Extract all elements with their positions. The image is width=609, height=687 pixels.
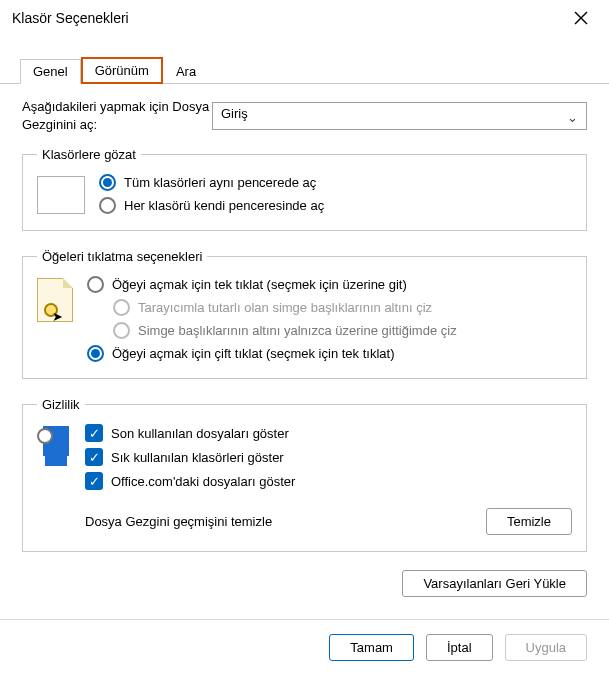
open-explorer-value: Giriş [221,106,248,121]
checkbox-checked-icon: ✓ [85,424,103,442]
browse-legend: Klasörlere gözat [37,147,141,162]
privacy-group: Gizlilik ✓ Son kullanılan dosyaları göst… [22,397,587,552]
privacy-recent-files-label: Son kullanılan dosyaları göster [111,426,289,441]
open-explorer-row: Aşağıdakileri yapmak için Dosya Gezginin… [22,98,587,133]
click-single-label: Öğeyi açmak için tek tıklat (seçmek için… [112,277,407,292]
click-single-sub2-label: Simge başlıklarının altını yalnızca üzer… [138,323,457,338]
checkbox-checked-icon: ✓ [85,472,103,490]
window-icon [37,176,85,214]
tab-bar: Genel Görünüm Ara [0,56,609,84]
restore-row: Varsayılanları Geri Yükle [22,570,587,597]
cancel-button[interactable]: İptal [426,634,493,661]
radio-icon [113,299,130,316]
browse-own-label: Her klasörü kendi penceresinde aç [124,198,324,213]
radio-icon [113,322,130,339]
click-legend: Öğeleri tıklatma seçenekleri [37,249,207,264]
restore-defaults-button[interactable]: Varsayılanları Geri Yükle [402,570,587,597]
click-single-sub1-option: Tarayıcımla tutarlı olan simge başlıklar… [113,299,457,316]
click-single-option[interactable]: Öğeyi açmak için tek tıklat (seçmek için… [87,276,457,293]
tab-general[interactable]: Genel [20,59,81,84]
tab-content: Aşağıdakileri yapmak için Dosya Gezginin… [0,84,609,619]
page-click-icon: ➤ [37,278,73,322]
browse-same-option[interactable]: Tüm klasörleri aynı pencerede aç [99,174,324,191]
privacy-office-label: Office.com'daki dosyaları göster [111,474,295,489]
chevron-down-icon: ⌄ [567,110,578,125]
privacy-clear-row: Dosya Gezgini geçmişini temizle Temizle [85,508,572,535]
privacy-recent-files-option[interactable]: ✓ Son kullanılan dosyaları göster [85,424,572,442]
click-single-sub2-option: Simge başlıklarının altını yalnızca üzer… [113,322,457,339]
browse-group: Klasörlere gözat Tüm klasörleri aynı pen… [22,147,587,231]
ok-button[interactable]: Tamam [329,634,414,661]
radio-icon [87,345,104,362]
browse-own-option[interactable]: Her klasörü kendi penceresinde aç [99,197,324,214]
dialog-buttons: Tamam İptal Uygula [0,619,609,675]
close-button[interactable] [565,2,597,34]
window-title: Klasör Seçenekleri [12,10,129,26]
checkbox-checked-icon: ✓ [85,448,103,466]
radio-icon [99,197,116,214]
titlebar: Klasör Seçenekleri [0,0,609,36]
apply-button: Uygula [505,634,587,661]
tab-search[interactable]: Ara [163,59,209,84]
click-single-sub1-label: Tarayıcımla tutarlı olan simge başlıklar… [138,300,432,315]
privacy-office-option[interactable]: ✓ Office.com'daki dosyaları göster [85,472,572,490]
browse-same-label: Tüm klasörleri aynı pencerede aç [124,175,316,190]
clear-button[interactable]: Temizle [486,508,572,535]
open-explorer-label: Aşağıdakileri yapmak için Dosya Gezginin… [22,98,212,133]
radio-icon [99,174,116,191]
click-double-option[interactable]: Öğeyi açmak için çift tıklat (seçmek içi… [87,345,457,362]
click-double-label: Öğeyi açmak için çift tıklat (seçmek içi… [112,346,394,361]
open-explorer-select[interactable]: Giriş ⌄ [212,102,587,130]
privacy-icon [37,426,71,466]
click-group: Öğeleri tıklatma seçenekleri ➤ Öğeyi açm… [22,249,587,379]
privacy-clear-label: Dosya Gezgini geçmişini temizle [85,514,272,529]
privacy-freq-folders-label: Sık kullanılan klasörleri göster [111,450,284,465]
tab-view[interactable]: Görünüm [81,57,163,84]
radio-icon [87,276,104,293]
privacy-legend: Gizlilik [37,397,85,412]
close-icon [574,11,588,25]
privacy-freq-folders-option[interactable]: ✓ Sık kullanılan klasörleri göster [85,448,572,466]
